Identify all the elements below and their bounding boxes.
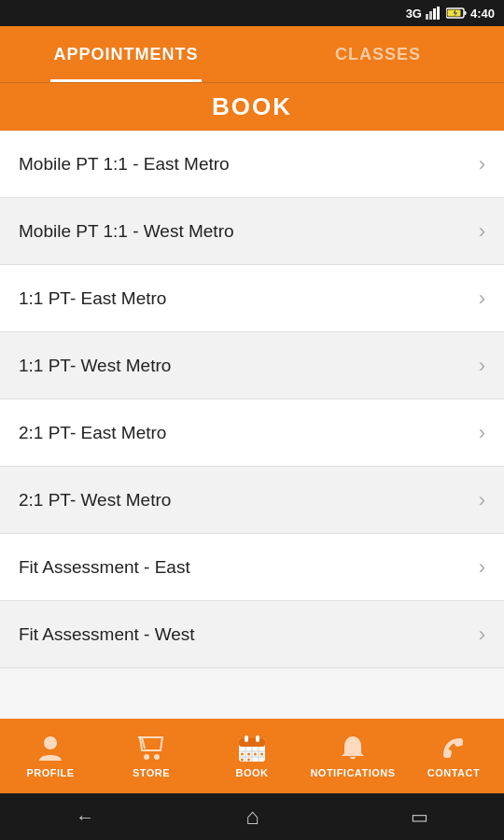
chevron-icon: › [479, 623, 485, 647]
nav-label-book: BOOK [236, 767, 269, 778]
chevron-icon: › [479, 488, 485, 512]
svg-rect-2 [433, 8, 436, 20]
appointments-list: Mobile PT 1:1 - East Metro › Mobile PT 1… [0, 131, 504, 719]
battery-icon [446, 7, 467, 19]
svg-rect-1 [429, 11, 432, 20]
nav-label-contact: CONTACT [427, 767, 480, 778]
android-nav-bar: ← ⌂ ▭ [0, 793, 504, 840]
tab-bar: APPOINTMENTS CLASSES [0, 26, 504, 82]
nav-item-profile[interactable]: PROFILE [0, 734, 101, 778]
svg-point-7 [44, 736, 57, 749]
list-item[interactable]: Mobile PT 1:1 - East Metro › [0, 131, 504, 198]
list-item-text: Mobile PT 1:1 - West Metro [19, 221, 234, 242]
list-item-text: 2:1 PT- East Metro [19, 423, 166, 443]
list-item-text: Mobile PT 1:1 - East Metro [19, 154, 230, 175]
nav-label-store: STORE [133, 767, 170, 778]
svg-rect-3 [437, 7, 440, 20]
nav-item-book[interactable]: BOOK [202, 734, 302, 778]
svg-rect-11 [239, 738, 265, 747]
svg-rect-12 [245, 735, 248, 742]
svg-point-24 [247, 759, 250, 762]
list-item[interactable]: 1:1 PT- West Metro › [0, 332, 504, 399]
profile-icon [35, 734, 65, 763]
svg-rect-13 [256, 735, 259, 742]
tab-underline [50, 79, 202, 82]
book-calendar-icon [237, 734, 267, 763]
chevron-icon: › [479, 354, 485, 378]
contact-icon [439, 734, 469, 763]
signal-icon [426, 7, 442, 20]
svg-point-23 [241, 759, 244, 762]
book-header: BOOK [0, 82, 504, 131]
list-item[interactable]: Mobile PT 1:1 - West Metro › [0, 198, 504, 265]
chevron-icon: › [479, 219, 485, 244]
nav-label-profile: PROFILE [26, 767, 74, 778]
tab-appointments[interactable]: APPOINTMENTS [0, 26, 252, 82]
tab-classes[interactable]: CLASSES [252, 26, 504, 82]
svg-rect-5 [464, 11, 466, 15]
list-item-text: 1:1 PT- East Metro [19, 288, 166, 309]
list-item[interactable]: Fit Assessment - East › [0, 534, 504, 601]
notifications-icon [338, 734, 368, 763]
status-icons: 3G 4:40 [406, 7, 495, 21]
bottom-nav: PROFILE STORE [0, 719, 504, 793]
list-item-text: Fit Assessment - West [19, 624, 195, 645]
nav-item-notifications[interactable]: NOTIFICATIONS [302, 734, 403, 778]
chevron-icon: › [479, 152, 485, 176]
list-item[interactable]: 2:1 PT- West Metro › [0, 467, 504, 534]
chevron-icon: › [479, 555, 485, 580]
list-item[interactable]: Fit Assessment - West › [0, 601, 504, 668]
nav-item-contact[interactable]: CONTACT [403, 734, 504, 778]
chevron-icon: › [479, 421, 485, 445]
tab-appointments-label: APPOINTMENTS [53, 45, 198, 64]
time-display: 4:40 [470, 7, 495, 21]
chevron-icon: › [479, 287, 485, 311]
signal-indicator: 3G [406, 7, 422, 21]
svg-point-21 [254, 753, 257, 756]
back-button[interactable]: ← [76, 806, 94, 828]
list-item[interactable]: 2:1 PT- East Metro › [0, 399, 504, 467]
list-item-text: 2:1 PT- West Metro [19, 490, 171, 511]
status-bar: 3G 4:40 [0, 0, 504, 26]
svg-rect-0 [426, 14, 428, 20]
svg-point-9 [154, 754, 160, 760]
list-item[interactable]: 1:1 PT- East Metro › [0, 265, 504, 332]
nav-item-store[interactable]: STORE [101, 734, 202, 778]
list-item-text: Fit Assessment - East [19, 557, 190, 578]
list-item-text: 1:1 PT- West Metro [19, 356, 171, 376]
svg-point-22 [260, 753, 263, 756]
store-icon [136, 734, 166, 763]
recent-button[interactable]: ▭ [411, 805, 428, 828]
svg-point-8 [144, 754, 149, 760]
home-button[interactable]: ⌂ [245, 804, 259, 830]
tab-classes-label: CLASSES [335, 45, 421, 64]
svg-point-20 [247, 753, 250, 756]
svg-point-19 [241, 753, 244, 756]
book-header-title: BOOK [212, 92, 292, 121]
nav-label-notifications: NOTIFICATIONS [310, 767, 395, 778]
